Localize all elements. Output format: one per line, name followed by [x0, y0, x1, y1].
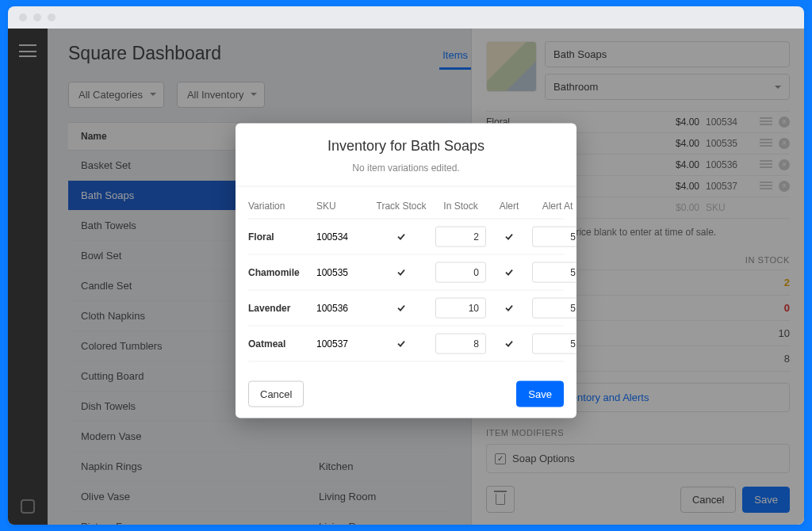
- modal-title: Inventory for Bath Soaps: [236, 124, 576, 162]
- modal-row-sku: 100535: [316, 267, 367, 278]
- modal-row-variation: Oatmeal: [248, 338, 312, 350]
- modal-row: Oatmeal10053785: [248, 327, 564, 362]
- in-stock-input[interactable]: 0: [435, 262, 486, 283]
- modal-header-row: Variation SKU Track Stock In Stock Alert…: [248, 193, 564, 220]
- in-stock-input[interactable]: 8: [435, 334, 486, 354]
- alert-checkbox[interactable]: [504, 303, 515, 314]
- modal-row: Chamomile10053505: [248, 255, 564, 291]
- window-min-dot[interactable]: [33, 13, 41, 21]
- modal-row: Lavender100536105: [248, 291, 564, 327]
- track-stock-checkbox[interactable]: [396, 303, 407, 314]
- alert-at-input[interactable]: 5: [532, 262, 576, 283]
- modal-row-sku: 100537: [316, 338, 367, 350]
- window-controls: [8, 6, 804, 29]
- hdr-sku: SKU: [316, 201, 367, 212]
- window-close-dot[interactable]: [19, 13, 27, 21]
- hdr-alert: Alert: [491, 201, 527, 212]
- modal-row-variation: Floral: [248, 231, 312, 243]
- modal-row-variation: Chamomile: [248, 267, 312, 278]
- hdr-instock: In Stock: [435, 201, 486, 212]
- modal-row: Floral10053425: [248, 220, 564, 255]
- window-max-dot[interactable]: [48, 13, 56, 21]
- track-stock-checkbox[interactable]: [396, 231, 407, 243]
- modal-cancel-button[interactable]: Cancel: [248, 381, 304, 407]
- track-stock-checkbox[interactable]: [396, 338, 407, 350]
- inventory-modal: Inventory for Bath Soaps No item variati…: [236, 124, 576, 418]
- modal-save-button[interactable]: Save: [516, 381, 564, 407]
- track-stock-checkbox[interactable]: [396, 267, 407, 278]
- alert-at-input[interactable]: 5: [532, 298, 576, 319]
- alert-checkbox[interactable]: [504, 267, 515, 278]
- modal-subtitle: No item variations edited.: [236, 162, 576, 187]
- in-stock-input[interactable]: 2: [435, 227, 486, 247]
- alert-at-input[interactable]: 5: [532, 227, 576, 247]
- alert-at-input[interactable]: 5: [532, 334, 576, 354]
- hdr-alert-at: Alert At: [532, 201, 576, 212]
- hdr-variation: Variation: [248, 201, 312, 212]
- alert-checkbox[interactable]: [504, 338, 515, 350]
- alert-checkbox[interactable]: [504, 231, 515, 243]
- modal-row-sku: 100536: [316, 303, 367, 314]
- browser-frame: Square Dashboard Items All Categories Al…: [8, 6, 804, 525]
- hdr-track: Track Stock: [372, 201, 431, 212]
- in-stock-input[interactable]: 10: [435, 298, 486, 319]
- modal-row-sku: 100534: [316, 231, 367, 243]
- modal-row-variation: Lavender: [248, 303, 312, 314]
